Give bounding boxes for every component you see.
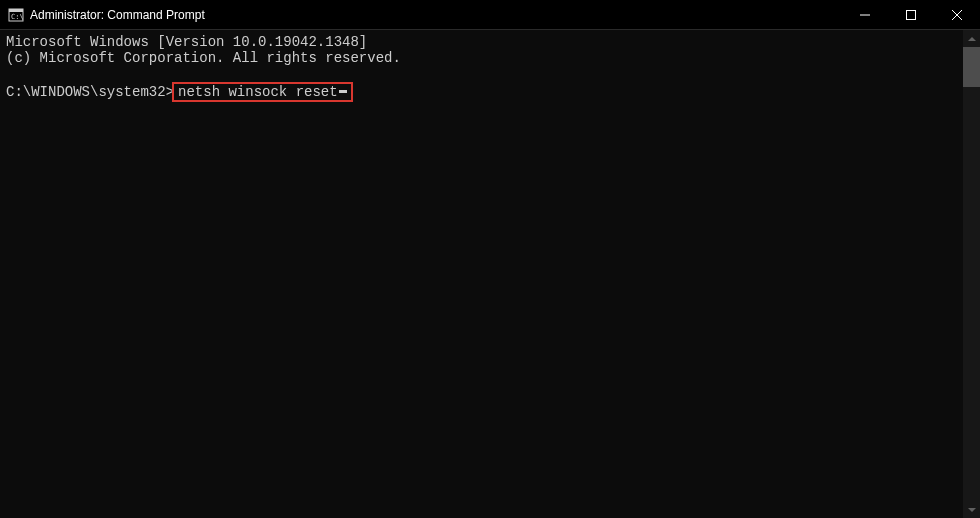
svg-marker-8 xyxy=(968,508,976,512)
terminal-prompt-line: C:\WINDOWS\system32>netsh winsock reset xyxy=(6,82,974,102)
cmd-icon: C:\ xyxy=(8,7,24,23)
terminal-command: netsh winsock reset xyxy=(178,84,338,100)
close-button[interactable] xyxy=(934,0,980,30)
terminal-line: Microsoft Windows [Version 10.0.19042.13… xyxy=(6,34,974,50)
window-titlebar: C:\ Administrator: Command Prompt xyxy=(0,0,980,30)
scroll-down-arrow-icon[interactable] xyxy=(963,501,980,518)
terminal-line: (c) Microsoft Corporation. All rights re… xyxy=(6,50,974,66)
terminal-blank-line xyxy=(6,66,974,82)
maximize-button[interactable] xyxy=(888,0,934,30)
command-highlight: netsh winsock reset xyxy=(172,82,353,102)
scrollbar-thumb[interactable] xyxy=(963,47,980,87)
vertical-scrollbar[interactable] xyxy=(963,30,980,518)
window-title: Administrator: Command Prompt xyxy=(30,8,205,22)
scroll-up-arrow-icon[interactable] xyxy=(963,30,980,47)
window-controls xyxy=(842,0,980,29)
svg-marker-7 xyxy=(968,37,976,41)
svg-rect-4 xyxy=(907,11,916,20)
svg-text:C:\: C:\ xyxy=(11,13,24,21)
terminal-output[interactable]: Microsoft Windows [Version 10.0.19042.13… xyxy=(0,30,980,518)
titlebar-left: C:\ Administrator: Command Prompt xyxy=(8,7,205,23)
terminal-prompt: C:\WINDOWS\system32> xyxy=(6,84,174,100)
text-cursor xyxy=(339,90,347,93)
svg-rect-1 xyxy=(9,9,23,12)
minimize-button[interactable] xyxy=(842,0,888,30)
